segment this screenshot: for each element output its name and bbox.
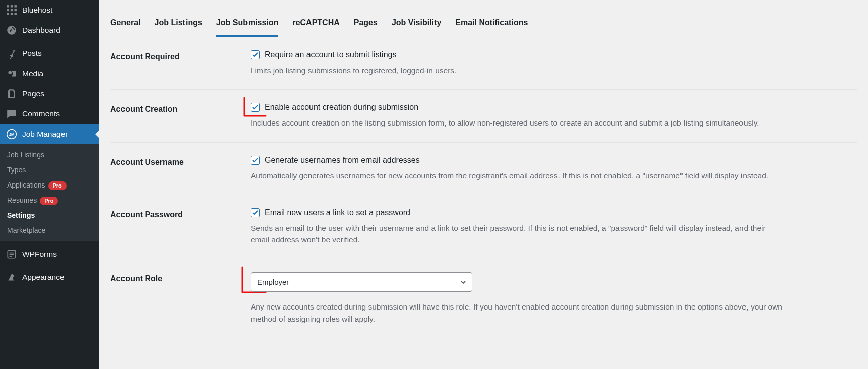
svg-point-9 bbox=[8, 71, 12, 75]
sidebar-item-label: Dashboard bbox=[22, 26, 60, 35]
sidebar-item-posts[interactable]: Posts bbox=[0, 43, 99, 64]
sidebar-item-media[interactable]: Media bbox=[0, 64, 99, 84]
sidebar-item-wpforms[interactable]: WPForms bbox=[0, 244, 99, 264]
setting-desc: Sends an email to the user with their us… bbox=[251, 222, 785, 246]
admin-sidebar: Bluehost Dashboard Posts Media Pages bbox=[0, 0, 99, 369]
svg-rect-8 bbox=[15, 13, 17, 15]
tab-general[interactable]: General bbox=[110, 12, 141, 37]
sidebar-item-label: Posts bbox=[22, 49, 42, 58]
setting-desc: Automatically generates usernames for ne… bbox=[251, 170, 785, 181]
setting-desc: Any new accounts created during submissi… bbox=[251, 301, 785, 325]
submenu-item-settings[interactable]: Settings bbox=[0, 208, 99, 223]
select-account-role[interactable]: Employer bbox=[251, 272, 472, 292]
setting-desc: Includes account creation on the listing… bbox=[251, 117, 785, 129]
dashboard-icon bbox=[6, 25, 17, 36]
tab-job-visibility[interactable]: Job Visibility bbox=[392, 12, 441, 37]
sidebar-item-label: Bluehost bbox=[22, 6, 52, 15]
tab-job-listings[interactable]: Job Listings bbox=[155, 12, 202, 37]
wpforms-icon bbox=[6, 249, 17, 260]
checkbox-label: Enable account creation during submissio… bbox=[265, 103, 418, 112]
sidebar-item-appearance[interactable]: Appearance bbox=[0, 267, 99, 287]
submenu-item-job-listings[interactable]: Job Listings bbox=[0, 147, 99, 162]
setting-title-account-password: Account Password bbox=[110, 195, 251, 259]
svg-text:JM: JM bbox=[9, 132, 15, 137]
checkbox-account-password[interactable]: Email new users a link to set a password bbox=[251, 208, 852, 217]
pin-icon bbox=[6, 48, 17, 59]
comment-icon bbox=[6, 108, 17, 119]
settings-panel: General Job Listings Job Submission reCA… bbox=[99, 0, 868, 369]
media-icon bbox=[6, 68, 17, 79]
chevron-down-icon bbox=[460, 279, 467, 286]
svg-rect-15 bbox=[10, 254, 14, 255]
grid-icon bbox=[6, 5, 17, 16]
svg-rect-5 bbox=[15, 9, 17, 11]
submenu-item-marketplace[interactable]: Marketplace bbox=[0, 223, 99, 238]
checkbox-icon bbox=[251, 103, 260, 112]
sidebar-item-label: Media bbox=[22, 69, 43, 78]
checkbox-icon bbox=[251, 208, 260, 217]
sidebar-item-pages[interactable]: Pages bbox=[0, 84, 99, 104]
sidebar-item-label: Job Manager bbox=[22, 130, 68, 139]
submenu-item-applications[interactable]: ApplicationsPro bbox=[0, 177, 99, 193]
svg-rect-2 bbox=[15, 5, 17, 7]
submenu-item-resumes[interactable]: ResumesPro bbox=[0, 193, 99, 208]
settings-tabs: General Job Listings Job Submission reCA… bbox=[110, 0, 857, 37]
checkbox-account-required[interactable]: Require an account to submit listings bbox=[251, 50, 852, 59]
svg-rect-7 bbox=[11, 13, 13, 15]
sidebar-item-bluehost[interactable]: Bluehost bbox=[0, 0, 99, 20]
svg-rect-4 bbox=[11, 9, 13, 11]
checkbox-label: Generate usernames from email addresses bbox=[265, 156, 420, 165]
pro-badge: Pro bbox=[48, 181, 67, 190]
sidebar-item-label: Appearance bbox=[22, 273, 65, 282]
setting-title-account-role: Account Role bbox=[110, 259, 251, 338]
sidebar-item-label: Pages bbox=[22, 89, 44, 98]
tab-job-submission[interactable]: Job Submission bbox=[216, 12, 279, 37]
sidebar-item-label: WPForms bbox=[22, 250, 57, 259]
svg-rect-0 bbox=[7, 5, 9, 7]
tab-pages[interactable]: Pages bbox=[354, 12, 378, 37]
svg-rect-1 bbox=[11, 5, 13, 7]
pages-icon bbox=[6, 88, 17, 99]
setting-title-account-required: Account Required bbox=[110, 37, 251, 90]
sidebar-item-comments[interactable]: Comments bbox=[0, 104, 99, 124]
tab-email-notifications[interactable]: Email Notifications bbox=[455, 12, 528, 37]
svg-rect-6 bbox=[7, 13, 9, 15]
checkbox-label: Email new users a link to set a password bbox=[265, 208, 410, 217]
checkbox-icon bbox=[251, 156, 260, 165]
select-value: Employer bbox=[257, 278, 289, 286]
checkbox-account-creation[interactable]: Enable account creation during submissio… bbox=[251, 103, 852, 112]
job-manager-icon: JM bbox=[6, 129, 17, 140]
svg-rect-14 bbox=[10, 253, 14, 254]
checkbox-label: Require an account to submit listings bbox=[265, 50, 396, 59]
sidebar-item-label: Comments bbox=[22, 109, 60, 118]
checkbox-icon bbox=[251, 50, 260, 59]
tab-recaptcha[interactable]: reCAPTCHA bbox=[292, 12, 339, 37]
setting-desc: Limits job listing submissions to regist… bbox=[251, 65, 785, 76]
setting-title-account-creation: Account Creation bbox=[110, 90, 251, 142]
sidebar-item-dashboard[interactable]: Dashboard bbox=[0, 20, 99, 40]
checkbox-account-username[interactable]: Generate usernames from email addresses bbox=[251, 156, 852, 165]
setting-title-account-username: Account Username bbox=[110, 142, 251, 195]
svg-rect-3 bbox=[7, 9, 9, 11]
sidebar-item-job-manager[interactable]: JM Job Manager bbox=[0, 124, 99, 144]
job-manager-submenu: Job Listings Types ApplicationsPro Resum… bbox=[0, 144, 99, 241]
appearance-icon bbox=[6, 272, 17, 283]
svg-rect-16 bbox=[10, 256, 13, 257]
svg-rect-10 bbox=[8, 90, 9, 98]
submenu-item-types[interactable]: Types bbox=[0, 162, 99, 177]
pro-badge: Pro bbox=[40, 197, 58, 205]
